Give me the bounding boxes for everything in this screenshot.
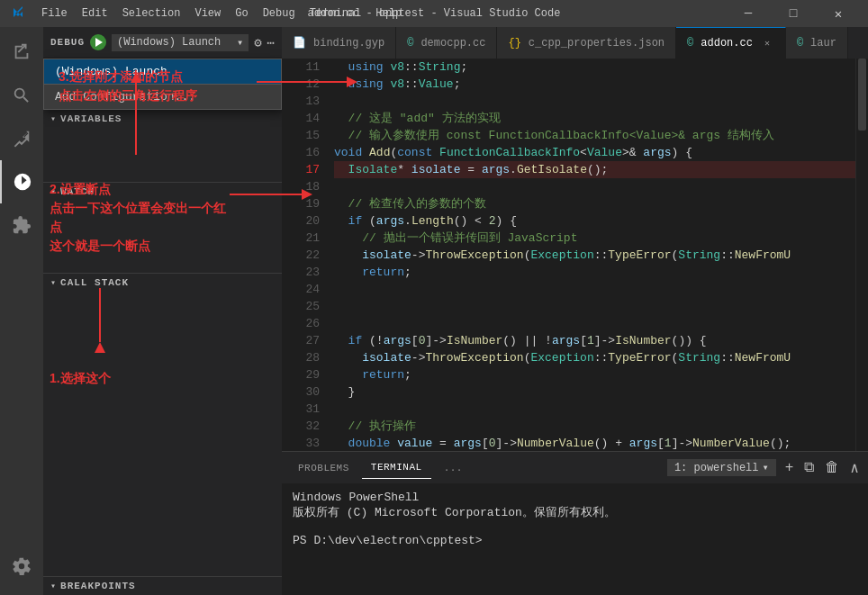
terminal-selector[interactable]: 1: powershell ▾ — [667, 459, 776, 476]
code-line-13 — [334, 93, 855, 110]
terminal-line-1: Windows PowerShell — [293, 491, 857, 504]
tab-label-binding: binding.gyp — [313, 37, 384, 50]
menu-selection[interactable]: Selection — [115, 4, 188, 23]
dropdown-item-windows-launch[interactable]: (Windows) Launch — [44, 59, 281, 84]
code-line-27: if (!args[0]->IsNumber() || !args[1]->Is… — [334, 332, 855, 349]
run-button[interactable] — [90, 34, 106, 50]
line-num-25: 25 — [282, 298, 320, 315]
watch-section: WATCH — [43, 182, 282, 273]
menu-debug[interactable]: Debug — [256, 4, 303, 23]
tab-label-laur: laur — [810, 37, 836, 50]
minimize-button[interactable]: ─ — [728, 0, 769, 27]
activity-extensions-icon[interactable] — [0, 203, 43, 247]
code-lines: using v8::String; using v8::Value; // 这是… — [327, 59, 855, 451]
panel: PROBLEMS TERMINAL ... 1: powershell ▾ + … — [282, 451, 868, 595]
variables-section-header[interactable]: VARIABLES — [43, 110, 282, 128]
dropdown-item-add-config[interactable]: Add Configuration... — [44, 85, 281, 109]
variables-section: VARIABLES — [43, 110, 282, 182]
line-num-16: 16 — [282, 144, 320, 161]
code-line-17: Isolate* isolate = args.GetIsolate(); — [334, 161, 855, 178]
kill-terminal-button[interactable]: 🗑 — [823, 457, 841, 478]
code-line-15: // 输入参数使用 const FunctionCallbackInfo<Val… — [334, 127, 855, 144]
menu-view[interactable]: View — [187, 4, 228, 23]
code-line-29: return; — [334, 366, 855, 383]
code-line-24 — [334, 281, 855, 298]
line-num-24: 24 — [282, 281, 320, 298]
panel-tabs: PROBLEMS TERMINAL ... 1: powershell ▾ + … — [282, 452, 868, 483]
activity-debug-icon[interactable] — [0, 160, 43, 203]
code-line-11: using v8::String; — [334, 59, 855, 76]
watch-section-header[interactable]: WATCH — [43, 183, 282, 201]
editor-scrollbar[interactable] — [855, 59, 868, 451]
line-num-13: 13 — [282, 93, 320, 110]
panel-tab-more[interactable]: ... — [435, 457, 472, 479]
tab-laur[interactable]: © laur — [786, 27, 848, 59]
activity-bar — [0, 27, 43, 595]
editor-area: 📄 binding.gyp © democpp.cc {} c_cpp_prop… — [282, 27, 868, 595]
tab-democpp[interactable]: © democpp.cc — [396, 27, 497, 59]
maximize-button[interactable]: □ — [773, 0, 814, 27]
line-num-17: 17 — [282, 161, 320, 178]
tab-icon-democpp: © — [407, 37, 413, 50]
terminal-selector-arrow: ▾ — [763, 461, 769, 474]
line-num-31: 31 — [282, 401, 320, 418]
code-line-32: // 执行操作 — [334, 418, 855, 435]
tab-binding-gyp[interactable]: 📄 binding.gyp — [282, 27, 396, 59]
tab-icon-binding: 📄 — [293, 36, 306, 50]
vscode-logo-icon — [9, 5, 27, 23]
split-terminal-button[interactable]: ⧉ — [802, 457, 816, 478]
menu-go[interactable]: Go — [228, 4, 255, 23]
code-line-19: // 检查传入的参数的个数 — [334, 195, 855, 212]
code-line-25 — [334, 298, 855, 315]
debug-settings-icon[interactable]: ⚙ — [254, 35, 261, 50]
line-num-27: 27 — [282, 332, 320, 349]
activity-explorer-icon[interactable] — [0, 31, 43, 74]
tab-icon-cpp-properties: {} — [508, 37, 520, 50]
window-title: addon.cc - cpptest - Visual Studio Code — [308, 7, 561, 20]
activity-settings-icon[interactable] — [0, 545, 43, 588]
code-line-22: isolate->ThrowException(Exception::TypeE… — [334, 247, 855, 264]
menu-edit[interactable]: Edit — [75, 4, 115, 23]
line-num-22: 22 — [282, 247, 320, 264]
terminal-selector-label: 1: powershell — [674, 462, 759, 474]
callstack-section-header[interactable]: CALL STACK — [43, 274, 282, 292]
code-content: 11 12 13 14 15 16 17 18 19 20 21 22 23 2… — [282, 59, 868, 451]
code-line-30: } — [334, 383, 855, 401]
code-line-20: if (args.Length() < 2) { — [334, 212, 855, 230]
tab-label-democpp: democpp.cc — [420, 37, 485, 50]
terminal-line-2: 版权所有 (C) Microsoft Corporation。保留所有权利。 — [293, 504, 857, 520]
tab-addon-cc[interactable]: © addon.cc ✕ — [676, 27, 786, 59]
code-editor[interactable]: 11 12 13 14 15 16 17 18 19 20 21 22 23 2… — [282, 59, 868, 451]
variables-content — [43, 128, 282, 182]
watch-content — [43, 201, 282, 273]
debug-label: DEBUG — [50, 37, 85, 48]
title-bar: File Edit Selection View Go Debug Termin… — [0, 0, 868, 27]
line-num-12: 12 — [282, 76, 320, 93]
code-line-28: isolate->ThrowException(Exception::TypeE… — [334, 349, 855, 366]
terminal-content[interactable]: Windows PowerShell 版权所有 (C) Microsoft Co… — [282, 483, 868, 595]
code-line-31 — [334, 401, 855, 418]
line-num-15: 15 — [282, 127, 320, 144]
panel-tab-problems[interactable]: PROBLEMS — [289, 457, 358, 479]
config-name: (Windows) Launch — [117, 36, 221, 49]
line-num-29: 29 — [282, 366, 320, 383]
debug-config-selector[interactable]: (Windows) Launch ▾ — [112, 34, 249, 51]
panel-tab-terminal[interactable]: TERMINAL — [362, 456, 431, 479]
tab-close-addon[interactable]: ✕ — [760, 36, 774, 50]
new-terminal-button[interactable]: + — [783, 458, 796, 478]
line-num-33: 33 — [282, 435, 320, 451]
debug-more-icon[interactable]: ⋯ — [267, 35, 275, 50]
menu-file[interactable]: File — [34, 4, 75, 23]
code-line-23: return; — [334, 264, 855, 281]
activity-search-icon[interactable] — [0, 74, 43, 117]
sidebar: DEBUG (Windows) Launch ▾ ⚙ ⋯ (Windows) L… — [43, 27, 282, 595]
line-num-14: 14 — [282, 110, 320, 127]
tab-cpp-properties[interactable]: {} c_cpp_properties.json — [497, 27, 676, 59]
activity-git-icon[interactable] — [0, 117, 43, 160]
line-num-11: 11 — [282, 59, 320, 76]
close-button[interactable]: ✕ — [818, 0, 859, 27]
breakpoints-section-header[interactable]: BREAKPOINTS — [43, 577, 282, 595]
line-num-20: 20 — [282, 212, 320, 230]
line-num-21: 21 — [282, 230, 320, 247]
maximize-panel-button[interactable]: ∧ — [848, 457, 861, 479]
